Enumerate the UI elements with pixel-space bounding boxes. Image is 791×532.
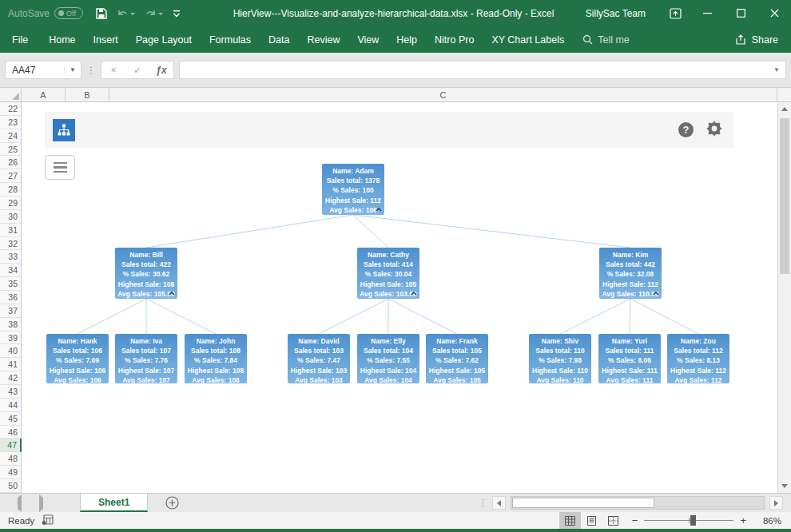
row-header-33[interactable]: 33 — [0, 250, 21, 264]
tab-home[interactable]: Home — [40, 26, 84, 53]
row-header-38[interactable]: 38 — [0, 318, 21, 332]
column-header-c[interactable]: C — [109, 88, 777, 101]
customize-qat-button[interactable] — [173, 9, 181, 18]
formula-bar-expand-icon[interactable]: ▼ — [773, 66, 785, 73]
name-box[interactable]: AA47 ▼ — [5, 61, 81, 79]
row-header-41[interactable]: 41 — [0, 358, 21, 371]
scroll-up-button[interactable] — [778, 102, 791, 116]
tree-node-zou[interactable]: Name: ZouSales total: 112% Sales: 8.13Hi… — [667, 334, 729, 383]
row-header-46[interactable]: 46 — [0, 426, 21, 439]
tab-xy-chart-labels[interactable]: XY Chart Labels — [483, 26, 573, 53]
row-header-42[interactable]: 42 — [0, 371, 21, 385]
tab-data[interactable]: Data — [260, 26, 298, 53]
account-name[interactable]: SillySac Team — [586, 8, 646, 19]
row-header-27[interactable]: 27 — [0, 169, 21, 183]
row-header-36[interactable]: 36 — [0, 291, 21, 304]
tab-file[interactable]: File — [0, 26, 40, 53]
row-header-50[interactable]: 50 — [0, 479, 21, 493]
row-header-37[interactable]: 37 — [0, 304, 21, 318]
row-header-22[interactable]: 22 — [0, 102, 21, 116]
tab-review[interactable]: Review — [298, 26, 348, 53]
tree-node-john[interactable]: Name: JohnSales total: 108% Sales: 7.84H… — [185, 334, 247, 383]
normal-view-button[interactable] — [559, 512, 581, 529]
row-header-23[interactable]: 23 — [0, 116, 21, 129]
maximize-button[interactable] — [724, 0, 757, 26]
formula-bar-splitter[interactable]: ⋮ — [81, 65, 101, 76]
tab-insert[interactable]: Insert — [85, 26, 127, 53]
tab-page-layout[interactable]: Page Layout — [127, 26, 201, 53]
vertical-scroll-thumb[interactable] — [780, 118, 789, 274]
tree-node-hank[interactable]: Name: HankSales total: 106% Sales: 7.69H… — [46, 334, 109, 383]
zoom-slider-thumb[interactable] — [690, 515, 696, 526]
row-header-45[interactable]: 45 — [0, 412, 21, 426]
row-header-49[interactable]: 49 — [0, 466, 21, 479]
tab-formulas[interactable]: Formulas — [201, 26, 260, 53]
row-header-34[interactable]: 34 — [0, 264, 21, 277]
vertical-scrollbar[interactable] — [777, 102, 791, 493]
tell-me-box[interactable]: Tell me — [573, 26, 639, 53]
row-header-31[interactable]: 31 — [0, 224, 21, 237]
row-header-39[interactable]: 39 — [0, 332, 21, 345]
tab-scroll-splitter[interactable]: ⋮ — [479, 498, 487, 508]
cancel-entry-button[interactable]: × — [101, 65, 125, 76]
row-header-25[interactable]: 25 — [0, 143, 21, 157]
row-header-47[interactable]: 47 — [0, 439, 22, 452]
undo-dropdown-icon[interactable] — [130, 13, 135, 15]
zoom-out-button[interactable]: − — [632, 514, 638, 526]
row-header-40[interactable]: 40 — [0, 344, 21, 358]
row-header-26[interactable]: 26 — [0, 156, 21, 169]
row-header-32[interactable]: 32 — [0, 237, 21, 251]
tree-node-elly[interactable]: Name: EllySales total: 104% Sales: 7.55H… — [357, 334, 419, 383]
save-button[interactable] — [96, 8, 107, 19]
tab-nitro-pro[interactable]: Nitro Pro — [426, 26, 483, 53]
tree-node-adam[interactable]: Name: AdamSales total: 1378% Sales: 100H… — [322, 164, 384, 215]
close-button[interactable] — [757, 0, 791, 26]
row-header-43[interactable]: 43 — [0, 385, 21, 399]
autosave-toggle[interactable]: AutoSave Off — [8, 7, 83, 19]
minimize-button[interactable] — [690, 0, 724, 26]
sheet-nav-prev-button[interactable] — [18, 498, 22, 509]
collapse-chevron-icon[interactable] — [653, 288, 659, 298]
collapse-chevron-icon[interactable] — [411, 288, 417, 298]
tree-node-bill[interactable]: Name: BillSales total: 422% Sales: 30.62… — [115, 248, 177, 299]
tree-node-frank[interactable]: Name: FrankSales total: 105% Sales: 7.62… — [426, 334, 488, 383]
enter-entry-button[interactable]: ✓ — [125, 65, 149, 76]
macro-record-button[interactable] — [42, 514, 54, 526]
sheet-tab-sheet1[interactable]: Sheet1 — [80, 494, 148, 512]
row-header-28[interactable]: 28 — [0, 183, 21, 197]
collapse-chevron-icon[interactable] — [376, 204, 382, 214]
page-break-preview-button[interactable] — [602, 512, 624, 529]
collapse-chevron-icon[interactable] — [169, 288, 175, 298]
share-button[interactable]: Share — [723, 26, 791, 53]
page-layout-view-button[interactable] — [581, 512, 602, 529]
undo-button[interactable] — [117, 8, 135, 18]
cells-area[interactable]: ? Name: AdamSales total: 1378% Sales: 10… — [22, 102, 777, 493]
select-all-corner[interactable] — [0, 88, 22, 101]
row-header-29[interactable]: 29 — [0, 197, 21, 210]
tab-view[interactable]: View — [348, 26, 388, 53]
ribbon-display-options-button[interactable] — [660, 0, 690, 26]
zoom-slider-track[interactable] — [644, 520, 733, 521]
tree-node-shiv[interactable]: Name: ShivSales total: 110% Sales: 7.98H… — [529, 334, 591, 383]
hscroll-left-button[interactable] — [492, 496, 506, 510]
addin-menu-button[interactable] — [45, 155, 75, 180]
redo-button[interactable] — [145, 8, 163, 18]
hscroll-right-button[interactable] — [769, 496, 783, 510]
row-header-24[interactable]: 24 — [0, 129, 21, 143]
row-header-44[interactable]: 44 — [0, 399, 21, 412]
tree-node-iva[interactable]: Name: IvaSales total: 107% Sales: 7.76Hi… — [115, 334, 177, 383]
settings-button[interactable] — [706, 121, 722, 140]
new-sheet-button[interactable] — [165, 494, 179, 512]
column-header-a[interactable]: A — [22, 88, 66, 101]
tree-node-cathy[interactable]: Name: CathySales total: 414% Sales: 30.0… — [357, 248, 419, 299]
tree-node-kim[interactable]: Name: KimSales total: 442% Sales: 32.08H… — [599, 248, 662, 299]
horizontal-scroll-thumb[interactable] — [512, 498, 654, 508]
column-header-b[interactable]: B — [66, 88, 109, 101]
zoom-in-button[interactable]: + — [740, 514, 746, 526]
zoom-level[interactable]: 86% — [754, 516, 781, 526]
name-box-dropdown-icon[interactable]: ▼ — [64, 66, 81, 73]
redo-dropdown-icon[interactable] — [158, 13, 163, 15]
sheet-nav-next-button[interactable] — [39, 498, 43, 509]
scroll-down-button[interactable] — [778, 479, 791, 493]
row-header-35[interactable]: 35 — [0, 277, 21, 291]
